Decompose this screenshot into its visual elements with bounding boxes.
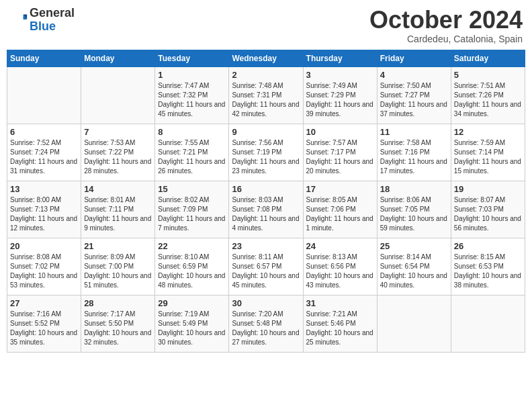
calendar-cell: 5Sunrise: 7:51 AM Sunset: 7:26 PM Daylig…	[451, 66, 525, 124]
calendar-cell: 29Sunrise: 7:19 AM Sunset: 5:49 PM Dayli…	[155, 295, 229, 352]
calendar-header: SundayMondayTuesdayWednesdayThursdayFrid…	[7, 50, 525, 66]
day-number: 3	[306, 70, 374, 80]
day-info: Sunrise: 7:53 AM Sunset: 7:22 PM Dayligh…	[84, 138, 152, 176]
day-info: Sunrise: 7:17 AM Sunset: 5:50 PM Dayligh…	[84, 310, 152, 347]
logo: General Blue	[9, 7, 75, 34]
calendar-body: 1Sunrise: 7:47 AM Sunset: 7:32 PM Daylig…	[7, 66, 525, 352]
calendar-cell: 22Sunrise: 8:10 AM Sunset: 6:59 PM Dayli…	[155, 238, 229, 295]
logo-blue: Blue	[30, 20, 75, 34]
page-header: General Blue October 2024 Cardedeu, Cata…	[7, 7, 525, 44]
day-number: 18	[380, 184, 448, 194]
day-number: 23	[232, 241, 300, 251]
day-number: 28	[84, 298, 152, 308]
calendar-cell: 25Sunrise: 8:14 AM Sunset: 6:54 PM Dayli…	[377, 238, 451, 295]
day-number: 12	[454, 127, 522, 137]
calendar-cell: 13Sunrise: 8:00 AM Sunset: 7:13 PM Dayli…	[7, 181, 81, 238]
calendar-cell: 12Sunrise: 7:59 AM Sunset: 7:14 PM Dayli…	[451, 124, 525, 181]
calendar-cell: 11Sunrise: 7:58 AM Sunset: 7:16 PM Dayli…	[377, 124, 451, 181]
month-title: October 2024	[369, 7, 523, 34]
calendar-cell: 18Sunrise: 8:06 AM Sunset: 7:05 PM Dayli…	[377, 181, 451, 238]
day-number: 26	[454, 241, 522, 251]
location: Cardedeu, Catalonia, Spain	[369, 34, 523, 44]
calendar-cell: 28Sunrise: 7:17 AM Sunset: 5:50 PM Dayli…	[81, 295, 155, 352]
day-number: 24	[306, 241, 374, 251]
day-number: 7	[84, 127, 152, 137]
day-info: Sunrise: 7:47 AM Sunset: 7:32 PM Dayligh…	[158, 81, 226, 119]
day-info: Sunrise: 7:50 AM Sunset: 7:27 PM Dayligh…	[380, 81, 448, 119]
calendar-cell: 27Sunrise: 7:16 AM Sunset: 5:52 PM Dayli…	[7, 295, 81, 352]
day-number: 2	[232, 70, 300, 80]
day-info: Sunrise: 7:19 AM Sunset: 5:49 PM Dayligh…	[158, 310, 226, 347]
day-info: Sunrise: 8:14 AM Sunset: 6:54 PM Dayligh…	[380, 253, 448, 290]
weekday-header-row: SundayMondayTuesdayWednesdayThursdayFrid…	[7, 50, 525, 66]
calendar-cell: 17Sunrise: 8:05 AM Sunset: 7:06 PM Dayli…	[303, 181, 377, 238]
day-info: Sunrise: 7:51 AM Sunset: 7:26 PM Dayligh…	[454, 81, 522, 119]
day-info: Sunrise: 7:49 AM Sunset: 7:29 PM Dayligh…	[306, 81, 374, 119]
day-number: 1	[158, 70, 226, 80]
calendar-cell: 31Sunrise: 7:21 AM Sunset: 5:46 PM Dayli…	[303, 295, 377, 352]
calendar-cell: 14Sunrise: 8:01 AM Sunset: 7:11 PM Dayli…	[81, 181, 155, 238]
calendar-cell: 24Sunrise: 8:13 AM Sunset: 6:56 PM Dayli…	[303, 238, 377, 295]
day-info: Sunrise: 8:10 AM Sunset: 6:59 PM Dayligh…	[158, 253, 226, 290]
calendar-cell: 10Sunrise: 7:57 AM Sunset: 7:17 PM Dayli…	[303, 124, 377, 181]
calendar-cell: 23Sunrise: 8:11 AM Sunset: 6:57 PM Dayli…	[229, 238, 303, 295]
calendar-cell: 8Sunrise: 7:55 AM Sunset: 7:21 PM Daylig…	[155, 124, 229, 181]
calendar-cell: 26Sunrise: 8:15 AM Sunset: 6:53 PM Dayli…	[451, 238, 525, 295]
day-number: 5	[454, 70, 522, 80]
day-info: Sunrise: 8:05 AM Sunset: 7:06 PM Dayligh…	[306, 195, 374, 233]
day-info: Sunrise: 7:55 AM Sunset: 7:21 PM Dayligh…	[158, 138, 226, 176]
calendar-cell: 9Sunrise: 7:56 AM Sunset: 7:19 PM Daylig…	[229, 124, 303, 181]
day-number: 9	[232, 127, 300, 137]
calendar-cell: 21Sunrise: 8:09 AM Sunset: 7:00 PM Dayli…	[81, 238, 155, 295]
calendar-week-5: 27Sunrise: 7:16 AM Sunset: 5:52 PM Dayli…	[7, 295, 525, 352]
calendar-cell: 2Sunrise: 7:48 AM Sunset: 7:31 PM Daylig…	[229, 66, 303, 124]
day-info: Sunrise: 7:16 AM Sunset: 5:52 PM Dayligh…	[10, 310, 78, 347]
calendar-cell	[81, 66, 155, 124]
calendar-cell: 4Sunrise: 7:50 AM Sunset: 7:27 PM Daylig…	[377, 66, 451, 124]
weekday-header-wednesday: Wednesday	[229, 50, 303, 66]
day-number: 8	[158, 127, 226, 137]
weekday-header-friday: Friday	[377, 50, 451, 66]
day-number: 11	[380, 127, 448, 137]
day-number: 4	[380, 70, 448, 80]
calendar-week-4: 20Sunrise: 8:08 AM Sunset: 7:02 PM Dayli…	[7, 238, 525, 295]
day-info: Sunrise: 8:08 AM Sunset: 7:02 PM Dayligh…	[10, 253, 78, 290]
day-info: Sunrise: 7:20 AM Sunset: 5:48 PM Dayligh…	[232, 310, 300, 347]
day-number: 16	[232, 184, 300, 194]
day-number: 14	[84, 184, 152, 194]
calendar-cell: 3Sunrise: 7:49 AM Sunset: 7:29 PM Daylig…	[303, 66, 377, 124]
day-info: Sunrise: 7:52 AM Sunset: 7:24 PM Dayligh…	[10, 138, 78, 176]
day-info: Sunrise: 8:15 AM Sunset: 6:53 PM Dayligh…	[454, 253, 522, 290]
calendar-cell	[451, 295, 525, 352]
day-number: 6	[10, 127, 78, 137]
weekday-header-tuesday: Tuesday	[155, 50, 229, 66]
calendar-cell	[7, 66, 81, 124]
calendar-cell: 15Sunrise: 8:02 AM Sunset: 7:09 PM Dayli…	[155, 181, 229, 238]
day-number: 20	[10, 241, 78, 251]
day-number: 10	[306, 127, 374, 137]
calendar-cell: 6Sunrise: 7:52 AM Sunset: 7:24 PM Daylig…	[7, 124, 81, 181]
day-info: Sunrise: 7:48 AM Sunset: 7:31 PM Dayligh…	[232, 81, 300, 119]
calendar-cell: 16Sunrise: 8:03 AM Sunset: 7:08 PM Dayli…	[229, 181, 303, 238]
day-number: 22	[158, 241, 226, 251]
day-number: 29	[158, 298, 226, 308]
day-info: Sunrise: 8:00 AM Sunset: 7:13 PM Dayligh…	[10, 195, 78, 233]
calendar-table: SundayMondayTuesdayWednesdayThursdayFrid…	[7, 50, 525, 353]
day-info: Sunrise: 8:03 AM Sunset: 7:08 PM Dayligh…	[232, 195, 300, 233]
day-number: 25	[380, 241, 448, 251]
weekday-header-saturday: Saturday	[451, 50, 525, 66]
calendar-cell: 30Sunrise: 7:20 AM Sunset: 5:48 PM Dayli…	[229, 295, 303, 352]
day-number: 27	[10, 298, 78, 308]
day-info: Sunrise: 7:57 AM Sunset: 7:17 PM Dayligh…	[306, 138, 374, 176]
logo-text: General Blue	[30, 7, 75, 34]
weekday-header-sunday: Sunday	[7, 50, 81, 66]
day-info: Sunrise: 8:09 AM Sunset: 7:00 PM Dayligh…	[84, 253, 152, 290]
day-info: Sunrise: 8:13 AM Sunset: 6:56 PM Dayligh…	[306, 253, 374, 290]
weekday-header-thursday: Thursday	[303, 50, 377, 66]
day-number: 31	[306, 298, 374, 308]
day-number: 30	[232, 298, 300, 308]
calendar-cell	[377, 295, 451, 352]
title-section: October 2024 Cardedeu, Catalonia, Spain	[369, 7, 523, 44]
day-number: 21	[84, 241, 152, 251]
calendar-week-2: 6Sunrise: 7:52 AM Sunset: 7:24 PM Daylig…	[7, 124, 525, 181]
